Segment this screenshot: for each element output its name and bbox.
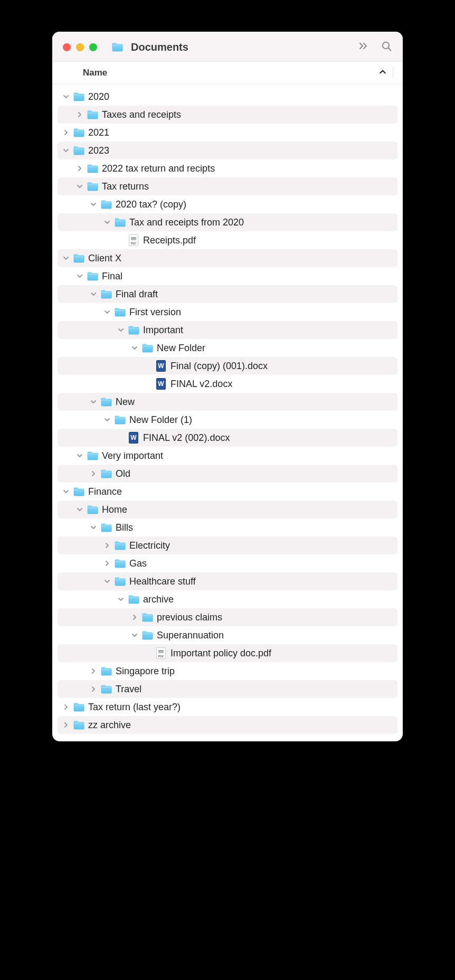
disclosure-arrow-icon[interactable] [129, 632, 140, 638]
folder-row[interactable]: New Folder [58, 339, 397, 357]
folder-icon [72, 486, 85, 497]
folder-row[interactable]: New [58, 393, 397, 411]
finder-window: Documents Name 2020Taxes and receipts202… [52, 32, 403, 741]
disclosure-arrow-icon[interactable] [88, 668, 99, 674]
folder-row[interactable]: Electricity [58, 536, 397, 554]
folder-icon [113, 558, 126, 569]
disclosure-arrow-icon[interactable] [116, 596, 126, 602]
item-label: Final draft [116, 289, 158, 300]
disclosure-arrow-icon[interactable] [61, 147, 71, 154]
disclosure-arrow-icon[interactable] [74, 165, 85, 172]
disclosure-arrow-icon[interactable] [61, 488, 71, 495]
disclosure-arrow-icon[interactable] [88, 201, 99, 208]
folder-row[interactable]: First version [58, 303, 397, 321]
disclosure-arrow-icon[interactable] [61, 93, 71, 100]
folder-row[interactable]: 2022 tax return and recipts [58, 159, 397, 177]
column-name-label: Name [83, 68, 107, 78]
folder-icon [72, 720, 85, 730]
file-row[interactable]: Important policy doc.pdf [58, 644, 397, 662]
folder-row[interactable]: Healthcare stuff [58, 572, 397, 590]
disclosure-arrow-icon[interactable] [88, 470, 99, 477]
disclosure-arrow-icon[interactable] [88, 399, 99, 405]
item-label: Old [116, 468, 130, 479]
folder-row[interactable]: Final draft [58, 285, 397, 303]
item-label: Taxes and receipts [102, 109, 181, 120]
folder-icon [100, 397, 112, 407]
folder-row[interactable]: Important [58, 321, 397, 339]
item-label: New Folder (1) [129, 414, 192, 426]
disclosure-arrow-icon[interactable] [102, 542, 112, 549]
disclosure-arrow-icon[interactable] [61, 129, 71, 136]
disclosure-arrow-icon[interactable] [74, 506, 85, 513]
folder-row[interactable]: Gas [58, 554, 397, 572]
folder-row[interactable]: Singapore trip [58, 662, 397, 680]
folder-row[interactable]: Tax and receipts from 2020 [58, 213, 397, 231]
disclosure-arrow-icon[interactable] [61, 722, 71, 728]
disclosure-arrow-icon[interactable] [88, 686, 99, 692]
disclosure-arrow-icon[interactable] [102, 309, 112, 315]
disclosure-arrow-icon[interactable] [74, 183, 85, 190]
folder-row[interactable]: Superannuation [58, 626, 397, 644]
folder-row[interactable]: 2020 tax? (copy) [58, 195, 397, 213]
item-label: Final (copy) (001).docx [170, 361, 268, 372]
item-label: Singapore trip [116, 666, 175, 677]
file-row[interactable]: Final (copy) (001).docx [58, 357, 397, 375]
item-label: Important policy doc.pdf [170, 648, 271, 659]
folder-row[interactable]: 2023 [58, 142, 397, 159]
disclosure-arrow-icon[interactable] [102, 219, 112, 225]
folder-row[interactable]: Tax return (last year?) [58, 698, 397, 716]
item-label: Final [102, 271, 122, 282]
item-label: New Folder [157, 343, 205, 354]
item-label: Tax return (last year?) [88, 702, 181, 713]
word-file-icon [155, 361, 167, 371]
item-label: 2023 [88, 145, 109, 156]
disclosure-arrow-icon[interactable] [88, 524, 99, 531]
folder-row[interactable]: Tax returns [58, 177, 397, 195]
folder-row[interactable]: Client X [58, 249, 397, 267]
folder-row[interactable]: Very important [58, 447, 397, 465]
file-row[interactable]: FINAL v2 (002).docx [58, 429, 397, 447]
disclosure-arrow-icon[interactable] [74, 273, 85, 279]
item-label: Travel [116, 684, 141, 695]
word-file-icon [155, 379, 167, 389]
folder-row[interactable]: 2020 [58, 88, 397, 106]
disclosure-arrow-icon[interactable] [74, 111, 85, 118]
item-label: Home [102, 504, 127, 515]
item-label: FINAL v2 (002).docx [143, 432, 230, 444]
disclosure-arrow-icon[interactable] [116, 327, 126, 333]
folder-row[interactable]: Taxes and receipts [58, 106, 397, 124]
folder-row[interactable]: Home [58, 501, 397, 519]
folder-icon [86, 271, 99, 281]
folder-row[interactable]: Bills [58, 519, 397, 536]
disclosure-arrow-icon[interactable] [129, 614, 140, 620]
item-label: archive [143, 594, 174, 605]
folder-row[interactable]: Travel [58, 680, 397, 698]
folder-row[interactable]: zz archive [58, 716, 397, 734]
disclosure-arrow-icon[interactable] [102, 417, 112, 423]
file-row[interactable]: Receipts.pdf [58, 231, 397, 249]
folder-row[interactable]: archive [58, 590, 397, 608]
disclosure-arrow-icon[interactable] [61, 704, 71, 710]
overflow-button[interactable] [358, 41, 369, 53]
minimize-button[interactable] [76, 43, 84, 51]
folder-row[interactable]: Old [58, 465, 397, 483]
disclosure-arrow-icon[interactable] [102, 578, 112, 585]
folder-row[interactable]: 2021 [58, 124, 397, 142]
folder-row[interactable]: previous claims [58, 608, 397, 626]
close-button[interactable] [63, 43, 71, 51]
disclosure-arrow-icon[interactable] [74, 453, 85, 459]
disclosure-arrow-icon[interactable] [129, 345, 140, 351]
folder-row[interactable]: Final [58, 267, 397, 285]
column-header[interactable]: Name [52, 61, 403, 84]
folder-row[interactable]: Finance [58, 483, 397, 501]
zoom-button[interactable] [89, 43, 97, 51]
item-label: 2021 [88, 127, 109, 138]
search-button[interactable] [381, 40, 392, 54]
disclosure-arrow-icon[interactable] [88, 291, 99, 297]
file-row[interactable]: FINAL v2.docx [58, 375, 397, 393]
folder-row[interactable]: New Folder (1) [58, 411, 397, 429]
disclosure-arrow-icon[interactable] [102, 560, 112, 567]
item-label: Electricity [129, 540, 170, 551]
disclosure-arrow-icon[interactable] [61, 255, 71, 261]
pdf-file-icon [155, 648, 167, 658]
